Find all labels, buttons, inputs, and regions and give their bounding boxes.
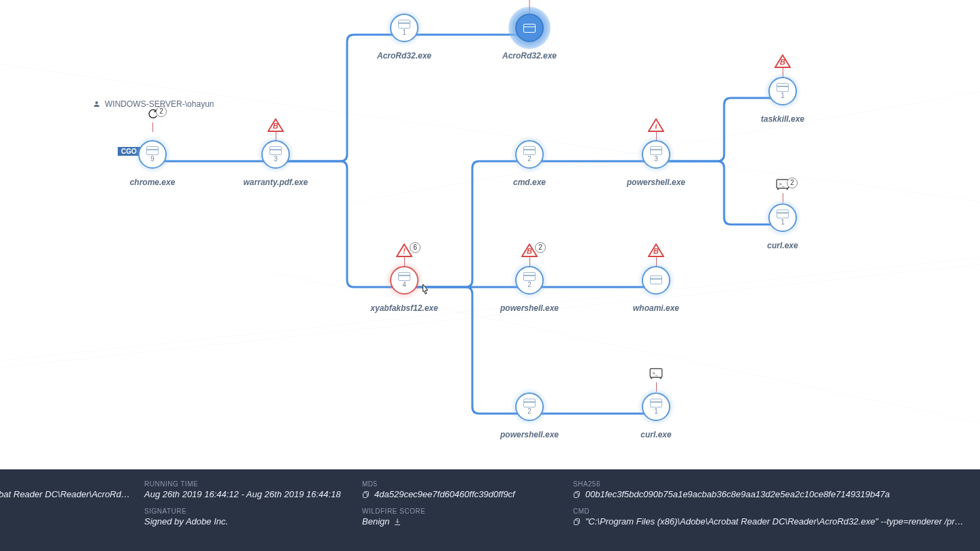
node-label: powershell.exe bbox=[489, 303, 570, 313]
process-tree-canvas[interactable]: WINDOWS-SERVER-\ohayun CGO 2 9 chrome.ex… bbox=[0, 0, 980, 469]
node-count: 3 bbox=[274, 156, 278, 163]
badge-count: 6 bbox=[410, 242, 421, 253]
detail-md5-header: MD5 bbox=[362, 480, 543, 488]
node-count: 3 bbox=[654, 156, 658, 163]
detail-sha-value: 00b1fec3f5bdc090b75a1e9acbab36c8e9aa13d2… bbox=[585, 489, 889, 499]
window-icon bbox=[523, 146, 536, 155]
node-curl-2[interactable]: 1 curl.exe bbox=[615, 388, 697, 439]
details-panel: crobat Reader DC\Reader\AcroRd… RUNNING … bbox=[0, 469, 980, 551]
detail-path-header bbox=[0, 480, 114, 488]
detail-wildfire-value: Benign bbox=[362, 516, 389, 527]
node-label: whoami.exe bbox=[615, 303, 697, 313]
window-icon bbox=[777, 83, 789, 92]
window-icon bbox=[523, 24, 536, 33]
node-label: taskkill.exe bbox=[742, 114, 823, 124]
detail-path-value: crobat Reader DC\Reader\AcroRd… bbox=[0, 489, 114, 499]
detail-running-time-value: Aug 26th 2019 16:44:12 - Aug 26th 2019 1… bbox=[144, 489, 332, 499]
node-label: warranty.pdf.exe bbox=[235, 178, 316, 187]
node-count: 1 bbox=[402, 29, 406, 36]
node-count: 1 bbox=[781, 219, 785, 226]
node-label: powershell.exe bbox=[489, 430, 570, 439]
node-xyab[interactable]: 4 xyabfakbsf12.exe bbox=[363, 261, 445, 313]
detail-cmd-value: "C:\Program Files (x86)\Adobe\Acrobat Re… bbox=[585, 516, 965, 527]
badge-count: 2 bbox=[535, 242, 546, 253]
window-icon bbox=[398, 20, 410, 29]
badge-letter: i bbox=[648, 122, 664, 130]
detail-cmd-header: CMD bbox=[573, 507, 965, 515]
node-acrord32-2-selected[interactable]: AcroRd32.exe bbox=[489, 9, 570, 61]
node-label: AcroRd32.exe bbox=[489, 51, 570, 61]
node-count: 2 bbox=[527, 282, 532, 288]
detail-running-time-header: RUNNING TIME bbox=[144, 480, 332, 488]
window-icon bbox=[650, 146, 662, 155]
node-count: 2 bbox=[527, 156, 532, 163]
window-icon bbox=[523, 272, 536, 281]
node-count: 9 bbox=[150, 156, 154, 163]
node-label: AcroRd32.exe bbox=[363, 51, 445, 61]
node-label: curl.exe bbox=[742, 241, 823, 250]
node-powershell-main[interactable]: 3 powershell.exe bbox=[615, 135, 697, 187]
node-acrord32-1[interactable]: 1 AcroRd32.exe bbox=[363, 9, 445, 61]
node-count: 1 bbox=[654, 408, 658, 415]
node-count: 2 bbox=[527, 408, 532, 415]
node-cmd[interactable]: 2 cmd.exe bbox=[489, 135, 570, 187]
node-warranty[interactable]: 3 warranty.pdf.exe bbox=[235, 135, 316, 187]
window-icon bbox=[650, 399, 662, 407]
detail-wildfire-header: WILDFIRE SCORE bbox=[362, 507, 543, 515]
window-icon bbox=[523, 399, 536, 407]
node-powershell-2[interactable]: 2 powershell.exe bbox=[489, 388, 570, 439]
node-label: chrome.exe bbox=[112, 178, 193, 187]
copy-icon[interactable] bbox=[362, 490, 370, 499]
user-icon bbox=[93, 100, 101, 108]
node-label: curl.exe bbox=[615, 430, 697, 439]
window-icon bbox=[398, 272, 410, 281]
svg-rect-5 bbox=[363, 492, 368, 497]
node-chrome[interactable]: 9 chrome.exe bbox=[112, 135, 193, 187]
detail-signature-header: SIGNATURE bbox=[144, 507, 332, 515]
badge-letter: B bbox=[774, 58, 791, 66]
detail-md5-value: 4da529cec9ee7fd60460ffc39d0ff9cf bbox=[374, 489, 515, 499]
svg-rect-7 bbox=[574, 492, 578, 497]
node-taskkill[interactable]: 1 taskkill.exe bbox=[742, 72, 823, 124]
badge-letter: B bbox=[267, 122, 284, 130]
badge-sync: 2 bbox=[146, 107, 159, 132]
copy-icon[interactable] bbox=[573, 490, 581, 499]
window-icon bbox=[777, 210, 789, 218]
window-icon bbox=[270, 146, 282, 155]
node-label: powershell.exe bbox=[615, 178, 697, 187]
badge-count: 2 bbox=[156, 106, 167, 117]
svg-text:>_: >_ bbox=[779, 181, 785, 187]
node-powershell-1[interactable]: 2 powershell.exe bbox=[489, 261, 570, 313]
node-count: 4 bbox=[402, 282, 406, 288]
node-curl-1[interactable]: 1 curl.exe bbox=[742, 199, 823, 250]
svg-text:>_: >_ bbox=[652, 370, 658, 376]
badge-count: 2 bbox=[787, 178, 798, 188]
badge-letter: B bbox=[648, 247, 664, 255]
detail-sha-header: SHA256 bbox=[573, 480, 965, 488]
window-icon bbox=[650, 276, 662, 284]
terminal-icon: >_ bbox=[649, 368, 663, 382]
node-label: xyabfakbsf12.exe bbox=[363, 303, 445, 313]
download-icon[interactable] bbox=[393, 518, 402, 526]
node-label: cmd.exe bbox=[489, 178, 570, 187]
svg-rect-9 bbox=[574, 520, 578, 524]
detail-signature-value: Signed by Adobe Inc. bbox=[144, 516, 332, 527]
node-whoami[interactable]: whoami.exe bbox=[615, 261, 697, 313]
copy-icon[interactable] bbox=[573, 517, 581, 527]
node-count: 1 bbox=[781, 93, 785, 99]
window-icon bbox=[146, 146, 159, 155]
